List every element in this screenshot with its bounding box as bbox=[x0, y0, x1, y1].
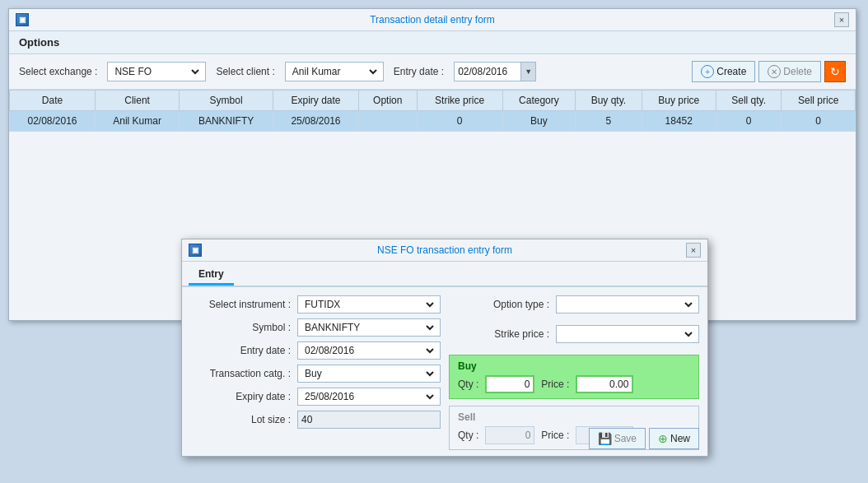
data-table: Date Client Symbol Expiry date Option St… bbox=[9, 90, 856, 132]
entry-date-input[interactable] bbox=[455, 64, 520, 79]
exchange-select-input[interactable]: NSE FO bbox=[111, 65, 202, 78]
main-title: Transaction detail entry form bbox=[370, 14, 495, 26]
table-body: 02/08/2016Anil KumarBANKNIFTY25/08/20160… bbox=[10, 111, 856, 132]
col-category: Category bbox=[502, 91, 576, 111]
option-type-control[interactable] bbox=[556, 295, 699, 313]
save-label: Save bbox=[614, 433, 637, 444]
toolbar-actions: + Create ✕ Delete ↻ bbox=[692, 61, 846, 82]
main-titlebar-left: ▣ bbox=[16, 13, 29, 26]
main-close-button[interactable]: × bbox=[834, 12, 849, 27]
transaction-catg-control[interactable]: Buy bbox=[297, 365, 441, 383]
instrument-control[interactable]: FUTIDX bbox=[297, 295, 441, 313]
table-cell: BANKNIFTY bbox=[180, 111, 273, 132]
refresh-button[interactable]: ↻ bbox=[824, 61, 846, 82]
strike-price-select[interactable] bbox=[560, 327, 695, 341]
toolbar-row: Select exchange : NSE FO Select client :… bbox=[9, 54, 856, 90]
buy-price-input[interactable] bbox=[576, 375, 633, 393]
col-sell-qty: Sell qty. bbox=[716, 91, 781, 111]
delete-button[interactable]: ✕ Delete bbox=[758, 61, 821, 82]
modal-entry-date-control[interactable]: 02/08/2016 bbox=[297, 341, 441, 360]
exchange-label: Select exchange : bbox=[19, 66, 97, 77]
modal-tab-entry[interactable]: Entry bbox=[189, 265, 234, 286]
sell-box-label: Sell bbox=[458, 411, 690, 423]
new-button[interactable]: ⊕ New bbox=[649, 428, 699, 449]
expiry-date-select[interactable]: 25/08/2016 bbox=[301, 390, 436, 403]
modal-title: NSE FO transaction entry form bbox=[377, 244, 512, 256]
col-client: Client bbox=[96, 91, 180, 111]
save-icon: 💾 bbox=[598, 432, 612, 445]
expiry-date-control[interactable]: 25/08/2016 bbox=[297, 388, 441, 406]
option-type-select[interactable] bbox=[560, 298, 695, 311]
new-icon: ⊕ bbox=[658, 432, 668, 445]
modal-titlebar-left: ▣ bbox=[189, 244, 202, 257]
create-button[interactable]: + Create bbox=[692, 61, 755, 82]
table-cell: 0 bbox=[417, 111, 502, 132]
sell-qty-input bbox=[485, 426, 534, 444]
instrument-row: Select instrument : FUTIDX bbox=[190, 295, 441, 313]
exchange-select[interactable]: NSE FO bbox=[107, 62, 206, 81]
client-select[interactable]: Anil Kumar bbox=[285, 62, 384, 81]
symbol-label: Symbol : bbox=[190, 322, 297, 333]
table-cell: Anil Kumar bbox=[96, 111, 180, 132]
table-cell: 0 bbox=[716, 111, 781, 132]
table-cell: 02/08/2016 bbox=[10, 111, 96, 132]
strike-price-label: Strike price : bbox=[449, 328, 556, 340]
lot-size-row: Lot size : bbox=[190, 411, 441, 429]
col-sell-price: Sell price bbox=[782, 91, 856, 111]
buy-qty-label: Qty : bbox=[458, 379, 478, 390]
refresh-icon: ↻ bbox=[830, 65, 840, 78]
create-icon: + bbox=[701, 65, 714, 78]
save-button[interactable]: 💾 Save bbox=[589, 428, 646, 449]
table-cell bbox=[358, 111, 417, 132]
sell-price-label: Price : bbox=[541, 430, 569, 441]
lot-size-input bbox=[301, 414, 436, 425]
transaction-catg-select[interactable]: Buy bbox=[301, 367, 436, 380]
buy-box-label: Buy bbox=[458, 360, 690, 372]
lot-size-control bbox=[297, 411, 441, 429]
table-cell: 18452 bbox=[642, 111, 716, 132]
option-type-row: Option type : bbox=[449, 295, 699, 313]
transaction-catg-row: Transaction catg. : Buy bbox=[190, 365, 441, 383]
table-row[interactable]: 02/08/2016Anil KumarBANKNIFTY25/08/20160… bbox=[10, 111, 856, 132]
symbol-control[interactable]: BANKNIFTY bbox=[297, 318, 441, 337]
expiry-date-label: Expiry date : bbox=[190, 391, 297, 402]
instrument-label: Select instrument : bbox=[190, 299, 297, 310]
modal-left: Select instrument : FUTIDX Symbol : BANK… bbox=[190, 295, 441, 450]
symbol-select[interactable]: BANKNIFTY bbox=[301, 321, 436, 334]
buy-price-label: Price : bbox=[541, 379, 569, 390]
modal-window: ▣ NSE FO transaction entry form × Entry … bbox=[181, 239, 708, 457]
col-strike-price: Strike price bbox=[417, 91, 502, 111]
col-expiry-date: Expiry date bbox=[273, 91, 358, 111]
col-date: Date bbox=[10, 91, 96, 111]
col-buy-price: Buy price bbox=[642, 91, 716, 111]
modal-titlebar: ▣ NSE FO transaction entry form × bbox=[182, 239, 707, 262]
buy-box-row: Qty : Price : bbox=[458, 375, 690, 393]
buy-qty-input[interactable] bbox=[485, 375, 534, 393]
delete-icon: ✕ bbox=[768, 65, 781, 78]
instrument-select[interactable]: FUTIDX bbox=[301, 298, 436, 311]
transaction-catg-label: Transaction catg. : bbox=[190, 368, 297, 379]
entry-date-field[interactable]: ▼ bbox=[454, 62, 536, 81]
modal-entry-date-label: Entry date : bbox=[190, 345, 297, 356]
modal-entry-date-select[interactable]: 02/08/2016 bbox=[301, 344, 436, 357]
entry-date-dropdown-arrow[interactable]: ▼ bbox=[520, 63, 535, 81]
modal-right: Option type : Strike price : Buy bbox=[449, 295, 699, 450]
option-type-label: Option type : bbox=[449, 299, 556, 310]
create-label: Create bbox=[716, 66, 746, 77]
modal-tab-bar: Entry bbox=[182, 262, 707, 287]
modal-close-button[interactable]: × bbox=[686, 243, 701, 258]
table-cell: Buy bbox=[502, 111, 576, 132]
modal-footer: 💾 Save ⊕ New bbox=[589, 428, 699, 449]
table-cell: 5 bbox=[576, 111, 642, 132]
strike-price-control[interactable] bbox=[556, 325, 699, 343]
lot-size-label: Lot size : bbox=[190, 414, 297, 425]
delete-label: Delete bbox=[783, 66, 812, 77]
client-select-input[interactable]: Anil Kumar bbox=[289, 65, 380, 78]
table-cell: 0 bbox=[782, 111, 856, 132]
table-cell: 25/08/2016 bbox=[273, 111, 358, 132]
modal-app-icon: ▣ bbox=[189, 244, 202, 257]
modal-entry-date-row: Entry date : 02/08/2016 bbox=[190, 341, 441, 360]
main-titlebar: ▣ Transaction detail entry form × bbox=[9, 9, 856, 31]
app-icon: ▣ bbox=[16, 13, 29, 26]
table-header-row: Date Client Symbol Expiry date Option St… bbox=[10, 91, 856, 111]
